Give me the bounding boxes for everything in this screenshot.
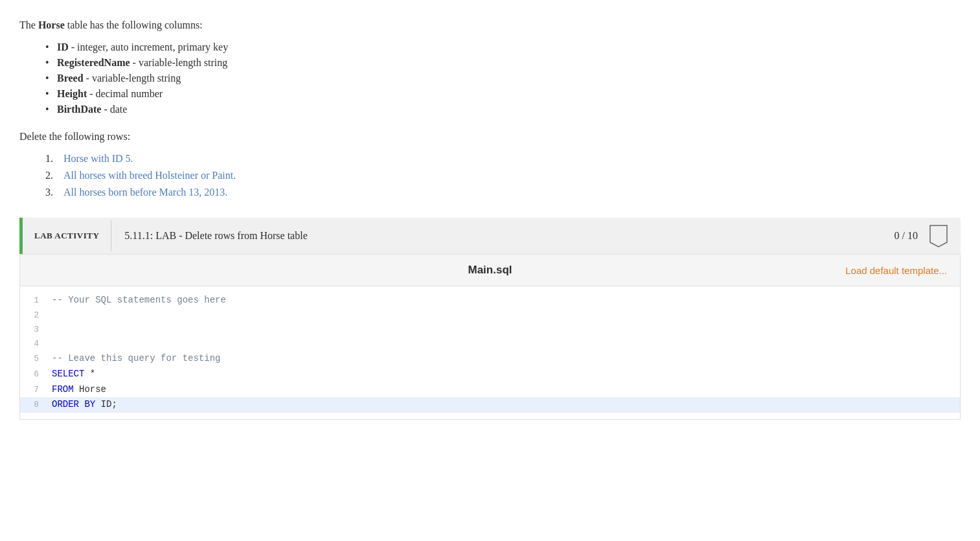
list-item: Horse with ID 5. <box>45 153 961 165</box>
sql-filename: Main.sql <box>468 264 512 277</box>
delete-section-label: Delete the following rows: <box>19 131 961 143</box>
sql-line-1: 1 -- Your SQL statements goes here <box>20 293 960 308</box>
list-item: RegisteredName - variable-length string <box>45 57 961 69</box>
lab-activity-score: 0 / 10 <box>885 220 927 252</box>
delete-item-1: Horse with ID 5. <box>63 153 133 164</box>
sql-keyword: SELECT <box>52 369 84 379</box>
col-name-registered: RegisteredName <box>57 57 130 68</box>
list-item: All horses with breed Holsteiner or Pain… <box>45 170 961 181</box>
lab-activity-bar: LAB ACTIVITY 5.11.1: LAB - Delete rows f… <box>19 218 961 254</box>
columns-list: ID - integer, auto increment, primary ke… <box>45 41 961 115</box>
col-name-breed: Breed <box>57 73 84 84</box>
list-item: Breed - variable-length string <box>45 73 961 84</box>
line-number: 4 <box>20 337 49 351</box>
list-item: Height - decimal number <box>45 88 961 100</box>
lab-activity-badge <box>927 222 950 249</box>
intro-paragraph: The Horse table has the following column… <box>19 19 961 31</box>
list-item: All horses born before March 13, 2013. <box>45 187 961 198</box>
sql-identifier: ID; <box>95 399 117 409</box>
table-name: Horse <box>38 19 65 30</box>
list-item: BirthDate - date <box>45 104 961 115</box>
lab-activity-title: 5.11.1: LAB - Delete rows from Horse tab… <box>111 220 885 252</box>
sql-line-4: 4 <box>20 337 960 351</box>
delete-item-2: All horses with breed Holsteiner or Pain… <box>63 170 236 181</box>
sql-line-5: 5 -- Leave this query for testing <box>20 351 960 367</box>
sql-line-2: 2 <box>20 308 960 323</box>
sql-identifier: * <box>84 369 95 379</box>
list-item: ID - integer, auto increment, primary ke… <box>45 41 961 53</box>
line-content: -- Leave this query for testing <box>49 351 960 367</box>
sql-line-3: 3 <box>20 323 960 337</box>
col-name-height: Height <box>57 88 87 99</box>
sql-line-7: 7 FROM Horse <box>20 382 960 398</box>
line-number: 8 <box>20 398 49 412</box>
badge-icon <box>929 224 948 247</box>
sql-identifier: Horse <box>74 384 106 395</box>
delete-list: Horse with ID 5. All horses with breed H… <box>45 153 961 198</box>
line-number: 7 <box>20 383 49 397</box>
load-template-link[interactable]: Load default template... <box>845 265 947 276</box>
col-name-id: ID <box>57 41 69 52</box>
line-number: 1 <box>20 294 49 308</box>
col-desc-id: - integer, auto increment, primary key <box>71 41 228 52</box>
col-desc-registered: - variable-length string <box>133 57 228 68</box>
sql-editor-header: Main.sql Load default template... <box>20 255 960 286</box>
line-content: FROM Horse <box>49 382 960 398</box>
sql-keyword: ORDER BY <box>52 399 95 409</box>
line-content: ORDER BY ID; <box>49 397 960 413</box>
sql-keyword: FROM <box>52 384 74 395</box>
col-name-birthdate: BirthDate <box>57 104 101 115</box>
line-content: SELECT * <box>49 367 960 382</box>
lab-activity-label: LAB ACTIVITY <box>23 220 111 251</box>
col-desc-height: - decimal number <box>89 88 163 99</box>
sql-line-6: 6 SELECT * <box>20 367 960 382</box>
sql-line-8: 8 ORDER BY ID; <box>20 397 960 413</box>
line-number: 6 <box>20 367 49 382</box>
sql-editor-body[interactable]: 1 -- Your SQL statements goes here 2 3 4… <box>20 286 960 419</box>
line-content: -- Your SQL statements goes here <box>49 293 960 308</box>
col-desc-breed: - variable-length string <box>86 73 181 84</box>
delete-item-3: All horses born before March 13, 2013. <box>63 187 227 198</box>
line-number: 5 <box>20 352 49 366</box>
col-desc-birthdate: - date <box>104 104 127 115</box>
line-number: 2 <box>20 308 49 323</box>
sql-editor-container: Main.sql Load default template... 1 -- Y… <box>19 254 961 420</box>
line-number: 3 <box>20 323 49 337</box>
